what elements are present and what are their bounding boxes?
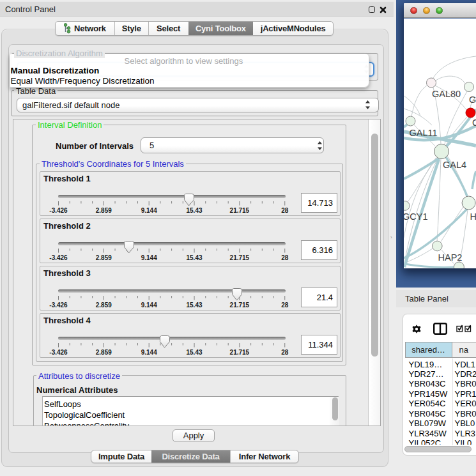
- svg-text:GAL11: GAL11: [410, 128, 438, 138]
- svg-text:GCY1: GCY1: [404, 211, 428, 222]
- svg-text:CY: CY: [472, 118, 476, 128]
- svg-text:HAP2: HAP2: [438, 252, 463, 263]
- svg-text:GA: GA: [469, 95, 476, 105]
- svg-text:GAL4: GAL4: [443, 160, 466, 170]
- svg-text:GAL80: GAL80: [432, 89, 461, 99]
- svg-text:HA: HA: [470, 211, 476, 222]
